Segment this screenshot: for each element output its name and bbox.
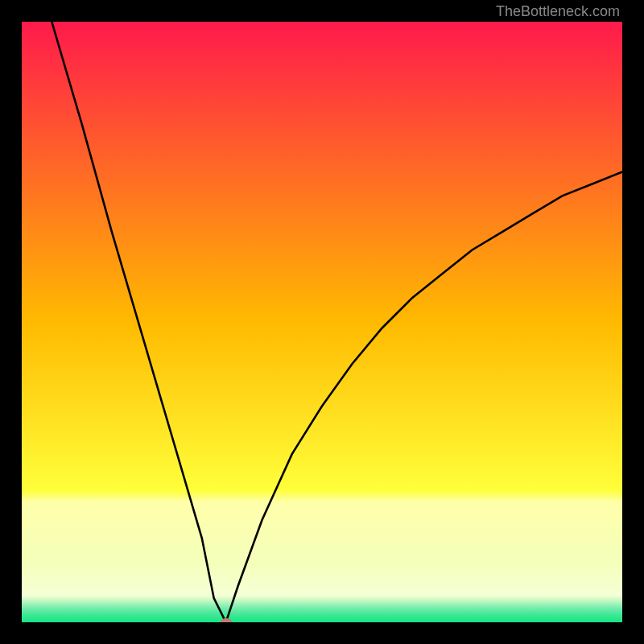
background-gradient — [22, 22, 622, 622]
minimum-marker — [221, 618, 232, 622]
watermark-text: TheBottleneck.com — [496, 3, 620, 20]
chart-frame: TheBottleneck.com — [0, 0, 644, 644]
plot-area — [22, 22, 622, 622]
svg-rect-0 — [22, 22, 622, 622]
